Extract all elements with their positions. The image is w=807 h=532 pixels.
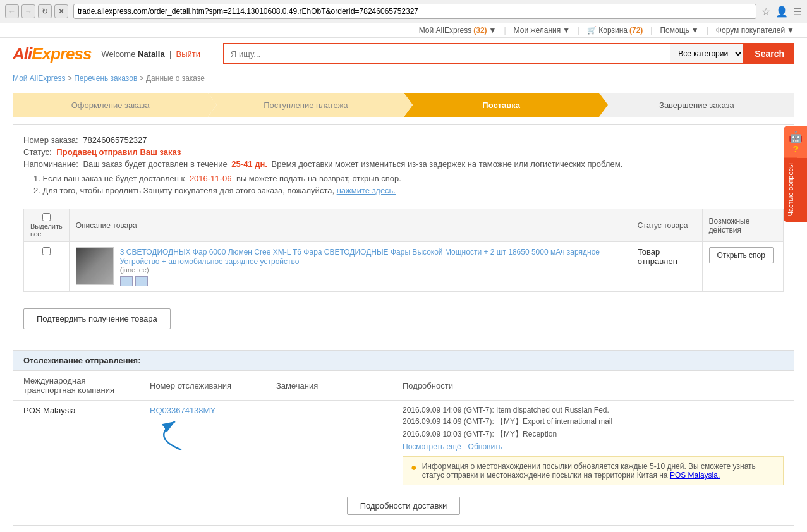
wishlist-nav[interactable]: Мои желания ▼	[514, 26, 571, 35]
tracking-section: Отслеживание отправления: Международная …	[13, 350, 794, 526]
order-progress-bar: Оформление заказа Поступление платежа По…	[13, 93, 794, 117]
welcome-text: Welcome Natalia | Выйти	[101, 49, 200, 59]
icon-1[interactable]	[120, 276, 133, 286]
tracking-header: Отслеживание отправления:	[13, 351, 794, 371]
table-header-row: Выделить все Описание товара Статус това…	[24, 209, 784, 242]
icon-2[interactable]	[135, 276, 148, 286]
product-cell: 3 СВЕТОДИОДНЫХ Фар 6000 Люмен Cree XM-L …	[69, 242, 631, 292]
progress-step-2: Поступление платежа	[208, 93, 403, 117]
cart-nav[interactable]: 🛒 Корзина (72)	[587, 26, 643, 35]
tracking-header-row: Международная транспортная компания Номе…	[13, 371, 794, 401]
confirm-receipt-button[interactable]: Подтвердить получение товара	[23, 308, 171, 329]
tracking-number-link[interactable]: RQ033674138MY	[150, 406, 215, 415]
row-checkbox-cell	[24, 242, 70, 292]
tracking-row: POS Malaysia RQ03367	[13, 401, 794, 491]
tracking-detail-2: 2016.09.09 14:09 (GMT-7): 【MY】Export of …	[403, 416, 784, 427]
row-checkbox[interactable]	[42, 247, 51, 255]
select-all-container: Выделить все	[30, 213, 63, 238]
seller-name: (jane lee)	[120, 266, 624, 274]
breadcrumb-link-2[interactable]: Перечень заказов	[74, 74, 137, 83]
product-thumbnail	[76, 247, 114, 285]
product-link[interactable]: 3 СВЕТОДИОДНЫХ Фар 6000 Люмен Cree XM-L …	[120, 248, 600, 266]
product-info: 3 СВЕТОДИОДНЫХ Фар 6000 Люмен Cree XM-L …	[120, 247, 624, 286]
notice-1: 1. Если ваш заказ не будет доставлен к 2…	[23, 174, 784, 183]
col-actions: Возможные действия	[702, 209, 783, 242]
company-cell: POS Malaysia	[13, 401, 140, 491]
th-details: Подробности	[392, 371, 794, 401]
forum-nav[interactable]: Форум покупателей ▼	[716, 26, 794, 35]
see-more-link[interactable]: Посмотреть ещё	[403, 442, 461, 451]
right-sidebar: 🤖 ? Частые вопросы	[784, 126, 807, 222]
site-logo[interactable]: AliExpress	[13, 44, 91, 64]
th-company: Международная транспортная компания	[13, 371, 140, 401]
browser-bar: ← → ↻ ✕ ☆ 👤 ☰	[0, 0, 807, 23]
robot-icon: 🤖 ?	[784, 126, 807, 158]
confirm-area: Подтвердить получение товара	[23, 298, 784, 332]
extend-protection-link[interactable]: нажмите здесь.	[337, 186, 396, 195]
site-header: AliExpress Welcome Natalia | Выйти Все к…	[0, 38, 807, 70]
tracking-table: Международная транспортная компания Номе…	[13, 371, 794, 490]
tracking-detail-3: 2016.09.09 10:03 (GMT-7): 【MY】Reception	[403, 429, 784, 440]
breadcrumb-current: Данные о заказе	[146, 74, 205, 83]
pos-malaysia-link[interactable]: POS Malaysia.	[670, 471, 720, 480]
tracking-number-cell: RQ033674138MY	[140, 401, 266, 491]
top-navigation: Мой AliExpress (32) ▼ | Мои желания ▼ | …	[0, 23, 807, 38]
refresh-button[interactable]: ↻	[38, 4, 52, 18]
order-info: Номер заказа: 78246065752327 Статус: Про…	[23, 135, 784, 195]
refresh-link[interactable]: Обновить	[468, 442, 502, 451]
main-order-content: Номер заказа: 78246065752327 Статус: Про…	[13, 124, 794, 342]
product-table: Выделить все Описание товара Статус това…	[23, 209, 784, 292]
menu-icon[interactable]: ☰	[793, 6, 802, 18]
search-button[interactable]: Search	[744, 43, 794, 64]
order-number-row: Номер заказа: 78246065752327	[23, 135, 784, 145]
user-icon[interactable]: 👤	[775, 6, 788, 18]
progress-step-1: Оформление заказа	[13, 93, 208, 117]
address-bar[interactable]	[73, 4, 756, 19]
breadcrumb-link-1[interactable]: Мой AliExpress	[13, 74, 66, 83]
details-button-area: Подробности доставки	[13, 490, 794, 525]
th-remarks: Замечания	[266, 371, 392, 401]
actions-cell: Открыть спор	[702, 242, 783, 292]
order-status-row: Статус: Продавец отправил Ваш заказ	[23, 147, 784, 157]
breadcrumb: Мой AliExpress > Перечень заказов > Данн…	[0, 70, 807, 87]
table-row: 3 СВЕТОДИОДНЫХ Фар 6000 Люмен Cree XM-L …	[24, 242, 784, 292]
info-icon: ●	[411, 462, 417, 473]
nav-buttons: ← → ↻ ✕	[5, 4, 68, 18]
tracking-detail-1: 2016.09.09 14:09 (GMT-7): Item dispatche…	[403, 406, 784, 414]
progress-step-3: Поставка	[404, 93, 599, 117]
action-icons	[120, 276, 624, 286]
col-product-status: Статус товара	[631, 209, 702, 242]
forward-button[interactable]: →	[21, 4, 35, 18]
delivery-details-button[interactable]: Подробности доставки	[347, 497, 461, 515]
search-area: Все категории Search	[223, 43, 794, 64]
th-tracking: Номер отслеживания	[140, 371, 266, 401]
info-text: Информация о местонахождении посылки обн…	[422, 462, 775, 480]
details-cell: 2016.09.09 14:09 (GMT-7): Item dispatche…	[392, 401, 794, 491]
info-box: ● Информация о местонахождении посылки о…	[403, 456, 784, 485]
close-button[interactable]: ✕	[54, 4, 68, 18]
bookmark-icon[interactable]: ☆	[761, 6, 770, 18]
category-select[interactable]: Все категории	[670, 43, 744, 64]
reminder-row: Напоминание: Ваш заказ будет доставлен в…	[23, 159, 784, 169]
progress-step-4: Завершение заказа	[599, 93, 794, 117]
col-checkbox: Выделить все	[24, 209, 70, 242]
notice-2: 2. Для того, чтобы продлить Защиту покуп…	[23, 186, 784, 195]
help-nav[interactable]: Помощь ▼	[660, 26, 698, 35]
tracking-number-area: RQ033674138MY	[150, 406, 256, 415]
product-status-cell: Товар отправлен	[631, 242, 702, 292]
divider-1	[23, 202, 784, 202]
faq-sidebar[interactable]: Частые вопросы	[784, 158, 797, 222]
logout-link[interactable]: Выйти	[176, 49, 201, 59]
remarks-cell	[266, 401, 392, 491]
search-input[interactable]	[223, 43, 670, 64]
back-button[interactable]: ←	[5, 4, 19, 18]
col-product-desc: Описание товара	[69, 209, 631, 242]
my-aliexpress-nav[interactable]: Мой AliExpress (32) ▼	[419, 26, 497, 35]
select-all-checkbox[interactable]	[42, 213, 51, 221]
open-dispute-button[interactable]: Открыть спор	[709, 247, 774, 263]
arrow-decoration	[137, 412, 213, 456]
